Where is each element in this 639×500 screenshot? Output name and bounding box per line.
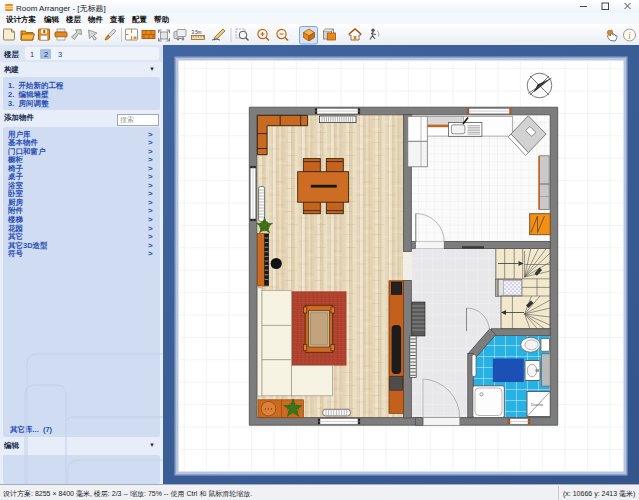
svg-text:3.5m: 3.5m [192,30,202,35]
svg-text:i: i [628,31,631,41]
svg-text:Düscho: Düscho [531,403,543,407]
